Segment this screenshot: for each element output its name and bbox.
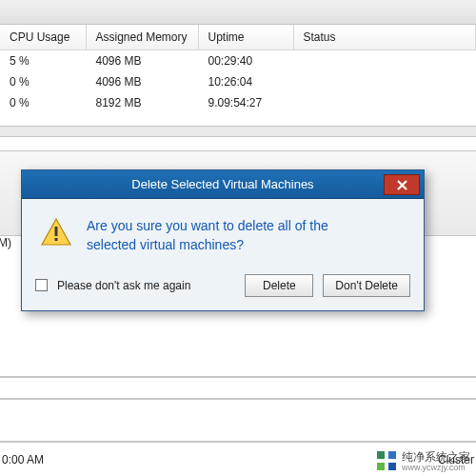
close-button[interactable] [384, 174, 420, 195]
watermark: 纯净系统之家 www.ycwzjy.com [377, 451, 470, 472]
warning-icon [41, 218, 71, 247]
dialog-message: Are you sure you want to delete all of t… [87, 216, 372, 255]
cell-cpu: 0 % [0, 71, 86, 92]
cell-cpu: 0 % [0, 92, 86, 113]
watermark-brand: 纯净系统之家 [402, 451, 470, 464]
cell-mem: 8192 MB [86, 92, 198, 113]
side-hint-text: M) [0, 236, 11, 249]
watermark-icon [377, 451, 398, 472]
vm-table: CPU Usage Assigned Memory Uptime Status … [0, 25, 476, 113]
table-row[interactable]: 5 % 4096 MB 00:29:40 [0, 50, 476, 72]
divider-band [0, 126, 476, 137]
toolbar-band [0, 0, 476, 25]
col-uptime[interactable]: Uptime [198, 25, 293, 50]
col-cpu[interactable]: CPU Usage [0, 25, 86, 50]
delete-button[interactable]: Delete [245, 274, 313, 297]
svg-rect-0 [55, 227, 58, 236]
status-time: 0:00 AM [2, 453, 44, 466]
dont-ask-label: Please don't ask me again [57, 279, 190, 292]
cell-uptime: 9.09:54:27 [198, 92, 293, 113]
cell-mem: 4096 MB [86, 50, 198, 72]
table-header-row: CPU Usage Assigned Memory Uptime Status [0, 25, 476, 50]
table-row[interactable]: 0 % 8192 MB 9.09:54:27 [0, 92, 476, 113]
dialog-titlebar[interactable]: Delete Selected Virtual Machines [22, 170, 424, 199]
cell-status [293, 71, 476, 92]
dont-ask-checkbox[interactable] [35, 279, 48, 291]
cell-mem: 4096 MB [86, 71, 198, 92]
confirm-delete-dialog: Delete Selected Virtual Machines Are you… [21, 169, 425, 311]
dont-delete-button[interactable]: Don't Delete [323, 274, 410, 297]
cell-uptime: 00:29:40 [198, 50, 293, 72]
col-status[interactable]: Status [293, 25, 476, 50]
close-icon [397, 180, 407, 190]
dialog-title-text: Delete Selected Virtual Machines [131, 177, 313, 191]
svg-rect-1 [55, 238, 58, 241]
cell-uptime: 10:26:04 [198, 71, 293, 92]
watermark-url: www.ycwzjy.com [402, 464, 470, 472]
cell-status [293, 50, 476, 72]
divider-line [0, 376, 476, 378]
status-divider [0, 441, 476, 443]
cell-cpu: 5 % [0, 50, 86, 72]
table-row[interactable]: 0 % 4096 MB 10:26:04 [0, 71, 476, 92]
divider-line-2 [0, 398, 476, 400]
cell-status [293, 92, 476, 113]
col-memory[interactable]: Assigned Memory [86, 25, 198, 50]
